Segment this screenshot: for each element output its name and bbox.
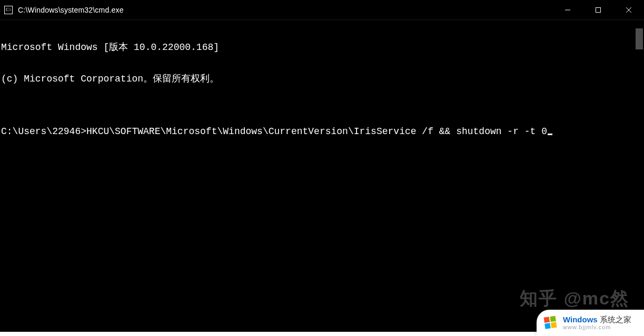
cursor-icon (548, 134, 552, 135)
svg-rect-8 (550, 316, 556, 322)
svg-rect-4 (596, 7, 601, 12)
scrollbar-thumb[interactable] (636, 28, 643, 49)
scrollbar-track[interactable] (633, 20, 644, 332)
svg-rect-7 (544, 317, 550, 323)
svg-rect-9 (544, 323, 551, 329)
prompt-text: C:\Users\22946> (1, 126, 86, 137)
brand-url: www.bjjmlv.com (563, 324, 631, 330)
cmd-window: C:\ C:\Windows\system32\cmd.exe Microsof… (0, 0, 644, 332)
window-title: C:\Windows\system32\cmd.exe (18, 6, 552, 14)
window-controls (552, 0, 644, 19)
command-text: HKCU\SOFTWARE\Microsoft\Windows\CurrentV… (86, 126, 547, 137)
brand-prefix: Windows (563, 315, 598, 324)
titlebar[interactable]: C:\ C:\Windows\system32\cmd.exe (0, 0, 644, 20)
terminal-line: Microsoft Windows [版本 10.0.22000.168] (1, 42, 632, 53)
maximize-button[interactable] (583, 0, 613, 19)
svg-text:C:\: C:\ (6, 7, 12, 12)
terminal-prompt-line: C:\Users\22946>HKCU\SOFTWARE\Microsoft\W… (1, 126, 632, 137)
svg-rect-10 (551, 322, 557, 329)
minimize-button[interactable] (552, 0, 583, 19)
windows-logo-icon (542, 314, 560, 332)
brand-text: Windows 系统之家 www.bjjmlv.com (563, 315, 631, 331)
cmd-icon: C:\ (4, 6, 13, 14)
brand-title: Windows 系统之家 (563, 315, 631, 324)
brand-watermark: Windows 系统之家 www.bjjmlv.com (537, 310, 644, 336)
terminal-area[interactable]: Microsoft Windows [版本 10.0.22000.168] (c… (0, 20, 633, 332)
close-button[interactable] (613, 0, 644, 19)
brand-suffix: 系统之家 (598, 315, 631, 324)
terminal-line: (c) Microsoft Corporation。保留所有权利。 (1, 74, 632, 84)
